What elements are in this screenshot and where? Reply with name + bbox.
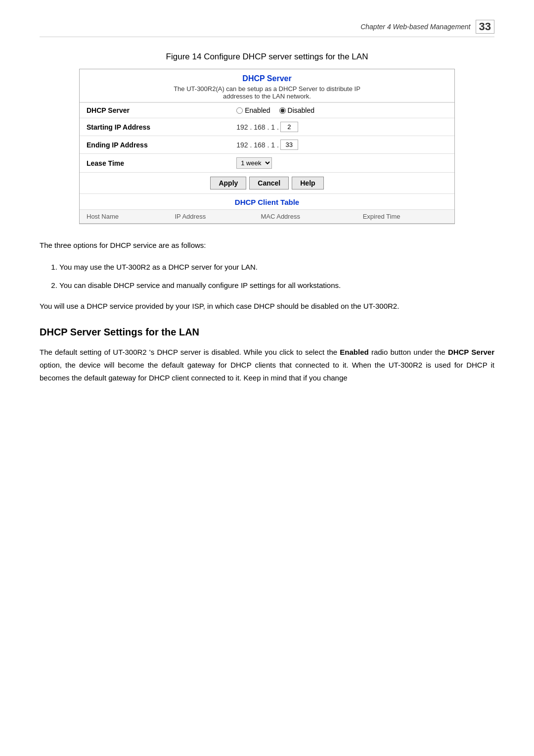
- dhcp-panel: DHCP Server The UT-300R2(A) can be setup…: [79, 69, 455, 224]
- ending-ip-label: Ending IP Address: [80, 136, 229, 154]
- radio-group: Enabled Disabled: [236, 106, 447, 114]
- client-table-header: Host Name IP Address MAC Address Expired…: [80, 210, 454, 224]
- enabled-radio[interactable]: [236, 107, 243, 114]
- body-intro: The three options for DHCP service are a…: [40, 239, 494, 252]
- help-button[interactable]: Help: [292, 177, 323, 189]
- paragraph1: You will use a DHCP service provided by …: [40, 300, 494, 313]
- numbered-list: You may use the UT-300R2 as a DHCP serve…: [59, 261, 494, 292]
- lease-time-select[interactable]: 1 week 1 day 1 hour: [236, 157, 272, 169]
- chapter-header: Chapter 4 Web-based Management 33: [40, 20, 494, 37]
- starting-ip-input[interactable]: [280, 122, 298, 132]
- apply-button[interactable]: Apply: [210, 177, 246, 189]
- form-buttons: Apply Cancel Help: [80, 172, 454, 193]
- lease-time-label: Lease Time: [80, 154, 229, 173]
- starting-ip-label: Starting IP Address: [80, 118, 229, 136]
- disabled-radio-label[interactable]: Disabled: [279, 106, 314, 114]
- dhcp-server-label: DHCP Server: [80, 103, 229, 118]
- panel-title: DHCP Server: [89, 74, 445, 83]
- enabled-radio-label[interactable]: Enabled: [236, 106, 270, 114]
- cancel-button[interactable]: Cancel: [249, 177, 289, 189]
- col-mac-address: MAC Address: [254, 210, 356, 224]
- section-heading: DHCP Server Settings for the LAN: [40, 327, 494, 338]
- paragraph2: The default setting of UT-300R2 's DHCP …: [40, 346, 494, 385]
- page-number: 33: [476, 20, 494, 34]
- starting-ip-row: Starting IP Address 192 . 168 . 1 .: [80, 118, 454, 136]
- starting-ip-group: 192 . 168 . 1 .: [236, 122, 447, 132]
- panel-description: The UT-300R2(A) can be setup as a DHCP S…: [89, 85, 445, 100]
- starting-ip-prefix: 192 . 168 . 1 .: [236, 123, 279, 131]
- ending-ip-group: 192 . 168 . 1 .: [236, 140, 447, 150]
- col-ip-address: IP Address: [168, 210, 254, 224]
- dhcp-client-table: Host Name IP Address MAC Address Expired…: [80, 209, 454, 224]
- col-host-name: Host Name: [80, 210, 168, 224]
- panel-header: DHCP Server The UT-300R2(A) can be setup…: [80, 69, 454, 102]
- form-table: DHCP Server Enabled Disabled: [80, 102, 454, 172]
- ending-ip-prefix: 192 . 168 . 1 .: [236, 141, 279, 149]
- list-item-1: You may use the UT-300R2 as a DHCP serve…: [59, 261, 494, 274]
- dhcp-client-section: DHCP Client Table Host Name IP Address M…: [80, 193, 454, 224]
- disabled-radio[interactable]: [279, 107, 286, 114]
- dhcp-server-row: DHCP Server Enabled Disabled: [80, 103, 454, 118]
- lease-time-row: Lease Time 1 week 1 day 1 hour: [80, 154, 454, 173]
- dhcp-client-title: DHCP Client Table: [80, 193, 454, 209]
- col-expired-time: Expired Time: [356, 210, 454, 224]
- ending-ip-row: Ending IP Address 192 . 168 . 1 .: [80, 136, 454, 154]
- figure-title: Figure 14 Configure DHCP server settings…: [40, 52, 494, 62]
- ending-ip-input[interactable]: [280, 140, 298, 150]
- chapter-text: Chapter 4 Web-based Management: [360, 23, 470, 31]
- list-item-2: You can disable DHCP service and manuall…: [59, 279, 494, 292]
